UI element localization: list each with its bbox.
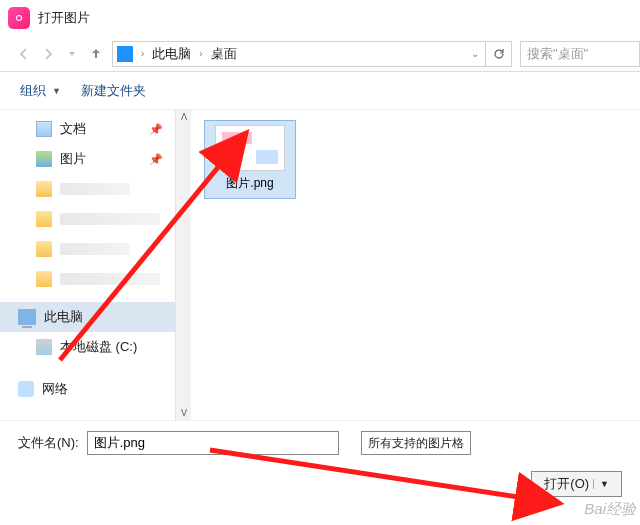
app-icon <box>8 7 30 29</box>
filetype-dropdown[interactable]: 所有支持的图片格 <box>361 431 471 455</box>
sidebar-item-network[interactable]: 网络 <box>0 374 175 404</box>
chevron-down-icon: ▼ <box>52 86 61 96</box>
sidebar-item-obscured[interactable] <box>0 264 175 294</box>
sidebar-item-this-pc[interactable]: 此电脑 <box>0 302 175 332</box>
button-row: 打开(O) ▼ <box>18 455 622 497</box>
sidebar-item-label: 文档 <box>60 120 86 138</box>
filename-label: 文件名(N): <box>18 434 79 452</box>
titlebar: 打开图片 <box>0 0 640 36</box>
scroll-down-icon[interactable]: ᐯ <box>181 408 187 418</box>
refresh-button[interactable] <box>486 41 512 67</box>
open-button[interactable]: 打开(O) ▼ <box>531 471 622 497</box>
obscured-label <box>60 213 160 225</box>
history-dropdown[interactable] <box>62 44 82 64</box>
chevron-right-icon: › <box>197 48 204 59</box>
chevron-down-icon[interactable]: ⌄ <box>469 48 481 59</box>
this-pc-icon <box>18 309 36 325</box>
filetype-label: 所有支持的图片格 <box>368 435 464 452</box>
folder-icon <box>36 211 52 227</box>
organize-label: 组织 <box>20 82 46 100</box>
toolbar: 组织 ▼ 新建文件夹 <box>0 72 640 110</box>
sidebar-item-label: 本地磁盘 (C:) <box>60 338 137 356</box>
new-folder-button[interactable]: 新建文件夹 <box>81 82 146 100</box>
obscured-label <box>60 273 160 285</box>
scroll-up-icon[interactable]: ᐱ <box>181 112 187 122</box>
this-pc-icon <box>117 46 133 62</box>
organize-menu[interactable]: 组织 ▼ <box>20 82 61 100</box>
split-chevron-icon[interactable]: ▼ <box>593 479 609 489</box>
pin-icon: 📌 <box>149 153 163 166</box>
breadcrumb-root[interactable]: 此电脑 <box>152 45 191 63</box>
sidebar-item-obscured[interactable] <box>0 234 175 264</box>
breadcrumb-leaf[interactable]: 桌面 <box>211 45 237 63</box>
chevron-right-icon: › <box>139 48 146 59</box>
file-thumbnail <box>215 125 285 171</box>
search-placeholder: 搜索"桌面" <box>527 45 588 63</box>
search-input[interactable]: 搜索"桌面" <box>520 41 640 67</box>
forward-icon[interactable] <box>38 44 58 64</box>
open-button-label: 打开(O) <box>544 475 589 493</box>
obscured-label <box>60 183 130 195</box>
file-pane[interactable]: 图片.png <box>192 110 640 420</box>
sidebar-item-label: 图片 <box>60 150 86 168</box>
watermark: Bai经验 <box>584 500 636 519</box>
filename-input[interactable] <box>87 431 339 455</box>
breadcrumb[interactable]: › 此电脑 › 桌面 ⌄ <box>112 41 486 67</box>
filename-row: 文件名(N): 所有支持的图片格 <box>18 431 622 455</box>
sidebar-item-label: 此电脑 <box>44 308 83 326</box>
sidebar-item-obscured[interactable] <box>0 204 175 234</box>
folder-icon <box>36 271 52 287</box>
hard-drive-icon <box>36 339 52 355</box>
back-icon[interactable] <box>14 44 34 64</box>
navbar: › 此电脑 › 桌面 ⌄ 搜索"桌面" <box>0 36 640 72</box>
sidebar-item-documents[interactable]: 文档 📌 <box>0 114 175 144</box>
obscured-label <box>60 243 130 255</box>
pictures-icon <box>36 151 52 167</box>
document-icon <box>36 121 52 137</box>
sidebar-item-label: 网络 <box>42 380 68 398</box>
sidebar-item-obscured[interactable] <box>0 174 175 204</box>
window-title: 打开图片 <box>38 9 90 27</box>
bottom-bar: 文件名(N): 所有支持的图片格 打开(O) ▼ <box>0 420 640 511</box>
up-icon[interactable] <box>86 44 106 64</box>
sidebar-scrollbar[interactable]: ᐱ ᐯ <box>175 110 191 420</box>
body: 文档 📌 图片 📌 <box>0 110 640 420</box>
folder-tree: 文档 📌 图片 📌 <box>0 110 175 420</box>
new-folder-label: 新建文件夹 <box>81 82 146 100</box>
nav-arrows <box>0 44 112 64</box>
file-name: 图片.png <box>226 175 273 192</box>
pin-icon: 📌 <box>149 123 163 136</box>
network-icon <box>18 381 34 397</box>
sidebar: 文档 📌 图片 📌 <box>0 110 192 420</box>
sidebar-item-pictures[interactable]: 图片 📌 <box>0 144 175 174</box>
sidebar-item-local-disk[interactable]: 本地磁盘 (C:) <box>0 332 175 362</box>
file-item-selected[interactable]: 图片.png <box>204 120 296 199</box>
folder-icon <box>36 241 52 257</box>
folder-icon <box>36 181 52 197</box>
